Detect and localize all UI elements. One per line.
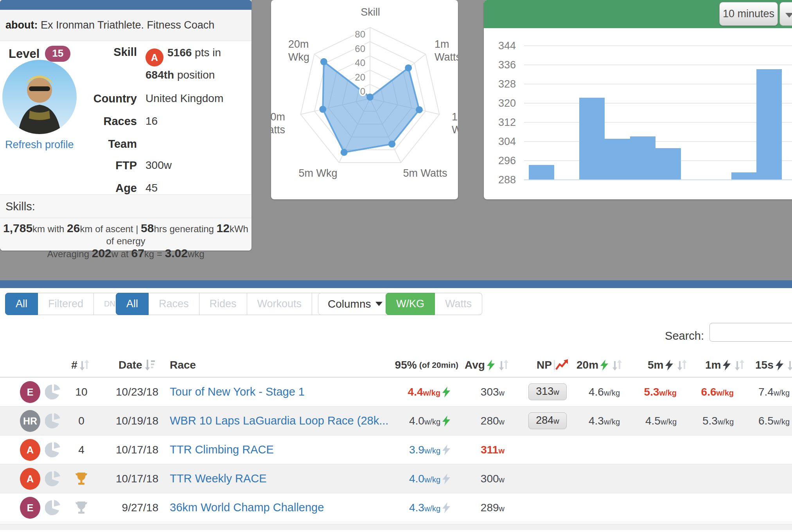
gridline	[524, 64, 792, 65]
range-select-button[interactable]: 10 minutes	[719, 2, 778, 26]
filter-group-units: W/KGWatts	[386, 293, 482, 315]
filter-button-all[interactable]: All	[116, 293, 149, 315]
cell-5m	[632, 464, 677, 493]
date-value: 10/23/18	[116, 386, 158, 398]
cell-15s: 7.4w/kg	[745, 378, 790, 406]
profile-field-team: Team	[70, 136, 248, 150]
field-label: Team	[70, 136, 137, 150]
category-badge: HR	[20, 410, 40, 432]
filter-button-workouts[interactable]: Workouts	[247, 293, 312, 315]
power-value: 3.9w/kg	[409, 444, 440, 456]
skill-radar-card: 020406080Skill1mWatts1mWkg5m Watts5m Wkg…	[271, 0, 458, 199]
bar	[605, 139, 630, 179]
trend-icon	[554, 359, 568, 371]
pie-chart-icon[interactable]	[44, 435, 63, 464]
cell-95pct: 4.0w/kg	[375, 464, 452, 493]
svg-text:Skill: Skill	[361, 6, 380, 18]
page: about: Ex Ironman Triathlete. Fitness Co…	[0, 0, 792, 532]
stats-line-1: 1,785km with 26km of ascent | 58hrs gene…	[0, 222, 251, 247]
bar	[731, 172, 757, 179]
field-value: 45	[145, 180, 243, 196]
col-header-num[interactable]: #	[66, 353, 96, 377]
np-button[interactable]: 284w	[528, 412, 567, 429]
y-axis-tick: 336	[489, 59, 516, 71]
filter-button-filtered[interactable]: Filtered	[38, 293, 94, 315]
cell-1m: 6.6w/kg	[689, 378, 734, 406]
power-value: 4.6w/kg	[589, 386, 620, 398]
field-label: Country	[70, 91, 137, 106]
cell-1m	[689, 464, 734, 493]
pie-chart-icon[interactable]	[44, 407, 63, 435]
filter-button-watts[interactable]: Watts	[435, 293, 482, 315]
cell-95pct: 4.4w/kg	[375, 378, 452, 406]
bar	[579, 98, 605, 179]
category-badge: E	[20, 381, 40, 403]
filter-button-w-kg[interactable]: W/KG	[386, 293, 435, 315]
bar	[756, 69, 782, 179]
col-header-race[interactable]: Race	[170, 353, 389, 377]
power-value: 5.3w/kg	[644, 386, 677, 398]
svg-text:40: 40	[355, 57, 365, 68]
cell-15s	[745, 464, 790, 493]
col-header-15s[interactable]: 15s	[755, 353, 792, 377]
svg-text:20m: 20m	[288, 38, 309, 50]
power-value: 5.3w/kg	[702, 415, 734, 427]
race-link[interactable]: TTR Climbing RACE	[170, 443, 274, 456]
next-row-partial	[0, 524, 792, 530]
cell-95pct: 4.0w/kg	[375, 407, 452, 435]
chevron-down-icon	[785, 13, 792, 18]
sort-icon	[612, 360, 622, 371]
gridline	[524, 84, 792, 84]
field-value: 16	[145, 113, 243, 129]
power-value: 4.4w/kg	[408, 386, 440, 398]
col-header-date[interactable]: Date	[98, 353, 158, 377]
power-value: 6.5w/kg	[758, 415, 790, 427]
cell-20m	[575, 435, 620, 464]
skill-radar-chart: 020406080Skill1mWatts1mWkg5m Watts5m Wkg…	[271, 0, 458, 199]
bolt-icon	[600, 360, 608, 371]
field-label: Age	[70, 180, 137, 196]
bar	[630, 136, 656, 179]
race-link[interactable]: 36km World Champ Challenge	[170, 501, 324, 514]
col-header-95pct[interactable]: 95%(of 20min)	[364, 353, 458, 377]
y-axis-tick: 320	[489, 97, 516, 109]
svg-text:Wkg: Wkg	[288, 51, 309, 63]
search-input[interactable]	[709, 323, 792, 342]
columns-dropdown-button[interactable]: Columns	[318, 293, 392, 315]
filter-group-type: AllRacesRidesWorkoutsRun	[116, 293, 352, 315]
filter-button-rides[interactable]: Rides	[199, 293, 247, 315]
col-header-20m[interactable]: 20m	[576, 353, 635, 377]
race-link[interactable]: Tour of New York - Stage 1	[170, 385, 305, 398]
race-link[interactable]: WBR 10 Laps LaGuardia Loop Race (28k...	[170, 414, 388, 427]
race-link[interactable]: TTR Weekly RACE	[170, 472, 267, 485]
columns-label: Columns	[328, 298, 371, 310]
svg-text:Wkg: Wkg	[452, 124, 458, 136]
filter-button-races[interactable]: Races	[149, 293, 199, 315]
range-dropdown-button[interactable]	[779, 2, 792, 26]
svg-text:1m: 1m	[435, 38, 449, 50]
skill-label: Skill	[70, 44, 137, 84]
svg-text:80: 80	[355, 29, 365, 39]
field-label: Races	[70, 113, 137, 129]
table-header: #DateRace95%(of 20min)AvgNP20m5m1m15s	[0, 353, 792, 378]
svg-text:60: 60	[355, 43, 365, 54]
cell-20m	[575, 464, 620, 493]
about-text: Ex Ironman Triathlete. Fitness Coach	[41, 19, 214, 31]
refresh-profile-link[interactable]: Refresh profile	[5, 139, 74, 151]
chevron-down-icon	[375, 302, 383, 306]
pie-chart-icon[interactable]	[44, 464, 63, 493]
col-header-1m[interactable]: 1m	[705, 353, 747, 377]
gridline	[524, 179, 792, 180]
col-header-5m[interactable]: 5m	[648, 353, 691, 377]
pie-chart-icon[interactable]	[44, 493, 63, 522]
np-button[interactable]: 313w	[528, 383, 567, 400]
category-badge: A	[20, 439, 40, 461]
power-value: 7.4w/kg	[758, 386, 790, 398]
bolt-icon	[442, 387, 450, 398]
col-header-avg[interactable]: Avg	[465, 353, 523, 377]
bolt-icon	[442, 444, 450, 455]
col-header-np[interactable]: NP	[537, 353, 580, 377]
pie-chart-icon[interactable]	[44, 378, 63, 406]
filter-button-all[interactable]: All	[5, 293, 38, 315]
about-label: about:	[5, 19, 38, 31]
